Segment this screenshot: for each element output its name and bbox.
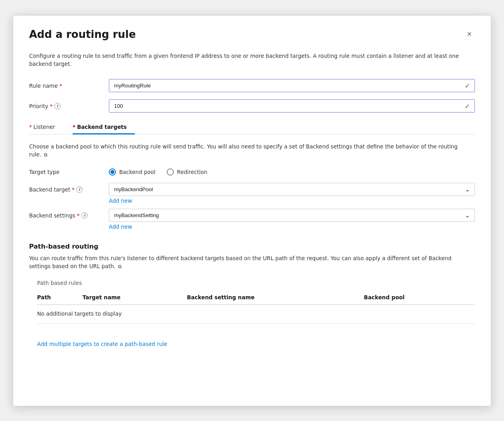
add-routing-rule-dialog: Add a routing rule × Configure a routing… xyxy=(13,15,491,406)
backend-settings-controls: myBackendSetting ⌄ Add new xyxy=(109,209,475,233)
intro-text: Configure a routing rule to send traffic… xyxy=(29,52,468,68)
rule-name-input-wrap: ✓ xyxy=(109,79,475,92)
path-based-title: Path-based routing xyxy=(29,243,475,250)
rule-name-input[interactable] xyxy=(109,79,475,92)
col-backend-pool: Backend pool xyxy=(364,291,475,305)
priority-info-icon[interactable]: i xyxy=(54,103,61,109)
priority-label: Priority * i xyxy=(29,103,109,109)
path-table-empty-message: No additional targets to display xyxy=(37,305,475,324)
backend-target-row: Backend target * i myBackendPool ⌄ Add n… xyxy=(29,183,475,207)
backend-target-dropdown-wrap: myBackendPool ⌄ xyxy=(109,183,475,196)
backend-settings-required: * xyxy=(77,212,80,219)
backend-settings-row: Backend settings * i myBackendSetting ⌄ … xyxy=(29,209,475,233)
listener-tab-label: Listener xyxy=(33,124,55,130)
dialog-title: Add a routing rule xyxy=(29,28,136,41)
rule-name-check-icon: ✓ xyxy=(465,82,470,89)
radio-backend-pool[interactable]: Backend pool xyxy=(109,168,156,176)
backend-section-desc: Choose a backend pool to which this rout… xyxy=(29,142,468,159)
backend-targets-section: Choose a backend pool to which this rout… xyxy=(29,142,475,233)
close-button[interactable]: × xyxy=(464,28,475,40)
path-rules-label: Path based rules xyxy=(37,280,475,286)
dialog-header: Add a routing rule × xyxy=(29,28,475,41)
path-based-section: Path-based routing You can route traffic… xyxy=(29,243,475,348)
tabs-row: * Listener * Backend targets xyxy=(29,120,475,134)
priority-required: * xyxy=(50,103,53,109)
backend-target-add-new-link[interactable]: Add new xyxy=(109,198,475,204)
path-based-ext-link-icon[interactable]: ⧉ xyxy=(118,263,122,270)
backend-settings-info-icon[interactable]: i xyxy=(81,212,88,219)
radio-backend-pool-circle xyxy=(109,168,116,176)
path-table-empty-row: No additional targets to display xyxy=(37,305,475,324)
backend-target-controls: myBackendPool ⌄ Add new xyxy=(109,183,475,207)
rule-name-label: Rule name * xyxy=(29,83,109,89)
path-table-header: Path Target name Backend setting name Ba… xyxy=(37,291,475,305)
path-table-header-row: Path Target name Backend setting name Ba… xyxy=(37,291,475,305)
rule-name-row: Rule name * ✓ xyxy=(29,79,475,92)
target-type-row: Target type Backend pool Redirection xyxy=(29,168,475,176)
backend-target-required: * xyxy=(72,186,75,193)
rule-name-required: * xyxy=(59,83,62,89)
col-backend-setting-name: Backend setting name xyxy=(187,291,364,305)
path-based-desc: You can route traffic from this rule's l… xyxy=(29,254,468,271)
path-based-table: Path Target name Backend setting name Ba… xyxy=(37,291,475,324)
radio-backend-pool-label: Backend pool xyxy=(119,169,156,175)
target-type-radio-group: Backend pool Redirection xyxy=(109,168,207,176)
backend-tab-label: Backend targets xyxy=(77,124,127,130)
section-desc-ext-link-icon[interactable]: ⧉ xyxy=(44,151,47,158)
backend-settings-dropdown[interactable]: myBackendSetting xyxy=(109,209,475,222)
col-path: Path xyxy=(37,291,83,305)
priority-row: Priority * i ✓ xyxy=(29,99,475,113)
backend-settings-dropdown-wrap: myBackendSetting ⌄ xyxy=(109,209,475,222)
add-multiple-targets-link[interactable]: Add multiple targets to create a path-ba… xyxy=(37,341,167,347)
tab-backend-targets[interactable]: * Backend targets xyxy=(73,120,135,134)
backend-settings-label: Backend settings * i xyxy=(29,209,109,219)
path-table-body: No additional targets to display xyxy=(37,305,475,324)
priority-input-wrap: ✓ xyxy=(109,99,475,113)
radio-redirection-circle xyxy=(167,168,174,176)
target-type-label: Target type xyxy=(29,169,109,175)
backend-tab-required: * xyxy=(73,124,75,130)
path-rules-section: Path based rules Path Target name Backen… xyxy=(37,280,475,348)
col-target-name: Target name xyxy=(83,291,187,305)
backend-settings-add-new-link[interactable]: Add new xyxy=(109,223,475,230)
backend-target-label: Backend target * i xyxy=(29,183,109,193)
tabs-section: * Listener * Backend targets xyxy=(29,120,475,134)
priority-check-icon: ✓ xyxy=(465,102,470,110)
backend-target-info-icon[interactable]: i xyxy=(76,186,83,193)
priority-input[interactable] xyxy=(109,99,475,113)
tab-listener[interactable]: * Listener xyxy=(29,120,63,134)
listener-tab-required: * xyxy=(29,124,32,130)
radio-redirection-label: Redirection xyxy=(177,169,207,175)
backend-target-dropdown[interactable]: myBackendPool xyxy=(109,183,475,196)
radio-redirection[interactable]: Redirection xyxy=(167,168,207,176)
